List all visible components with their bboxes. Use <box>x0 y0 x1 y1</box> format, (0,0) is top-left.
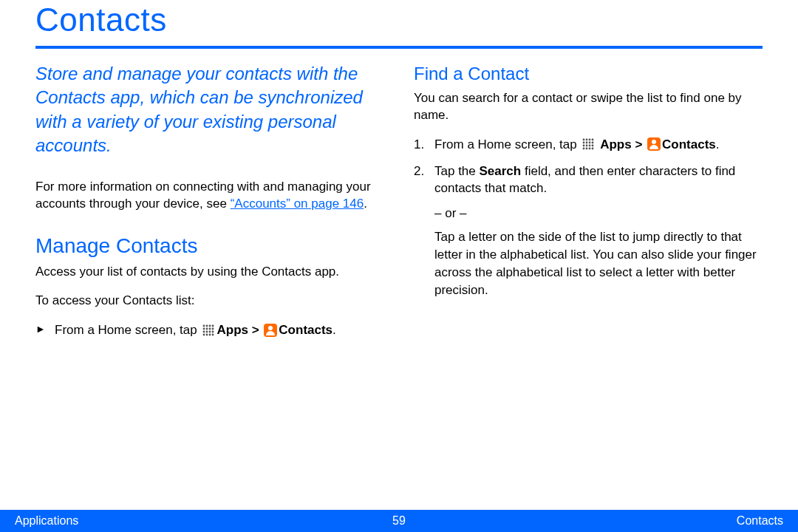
apps-label: Apps > <box>216 323 262 337</box>
find-s1-apps: Apps > <box>600 137 646 151</box>
find-steps: 1. From a Home screen, tap Apps > Contac… <box>414 136 763 197</box>
svg-point-26 <box>589 145 591 147</box>
step-number: 1. <box>414 136 424 154</box>
page-title: Contacts <box>35 0 763 49</box>
svg-point-6 <box>209 327 211 330</box>
svg-point-22 <box>589 142 591 144</box>
svg-point-24 <box>583 145 585 147</box>
svg-point-3 <box>212 324 214 327</box>
svg-point-12 <box>203 333 205 335</box>
svg-point-4 <box>203 327 205 330</box>
svg-point-15 <box>212 333 214 335</box>
find-step-1: 1. From a Home screen, tap Apps > Contac… <box>414 136 763 154</box>
left-column: Store and manage your contacts with the … <box>35 62 384 339</box>
footer-page-number: 59 <box>392 514 406 528</box>
svg-point-29 <box>586 148 588 150</box>
svg-point-2 <box>209 324 211 327</box>
info-paragraph: For more information on connecting with … <box>35 179 384 213</box>
svg-point-25 <box>586 145 588 147</box>
svg-point-28 <box>583 148 585 150</box>
step-number: 2. <box>414 163 424 180</box>
svg-point-1 <box>206 324 208 327</box>
info-text-suffix: . <box>364 197 367 211</box>
svg-point-14 <box>209 333 211 335</box>
lead-paragraph: Store and manage your contacts with the … <box>35 62 384 158</box>
find-s2a: Tap the <box>434 164 480 178</box>
svg-point-9 <box>206 330 208 332</box>
find-contact-heading: Find a Contact <box>414 64 763 84</box>
find-s1-contacts: Contacts <box>662 137 716 151</box>
svg-point-30 <box>589 148 591 150</box>
svg-point-13 <box>206 333 208 335</box>
svg-point-0 <box>203 324 205 327</box>
find-step-2: 2. Tap the Search field, and then enter … <box>414 163 763 198</box>
svg-point-18 <box>589 139 591 141</box>
svg-point-8 <box>203 330 205 332</box>
find-s1-suffix: . <box>716 137 720 151</box>
svg-point-10 <box>209 330 211 332</box>
svg-point-23 <box>592 142 594 144</box>
content-columns: Store and manage your contacts with the … <box>35 62 763 339</box>
apps-grid-icon <box>582 137 595 151</box>
svg-point-21 <box>586 142 588 144</box>
svg-point-16 <box>583 139 585 141</box>
or-separator: – or – <box>414 206 763 221</box>
svg-point-19 <box>592 139 594 141</box>
svg-point-5 <box>206 327 208 330</box>
manage-step: From a Home screen, tap Apps > Contacts. <box>35 321 384 339</box>
manage-contacts-heading: Manage Contacts <box>35 234 384 258</box>
page-footer: Applications 59 Contacts <box>0 510 798 532</box>
svg-point-17 <box>586 139 588 141</box>
right-column: Find a Contact You can search for a cont… <box>414 62 763 339</box>
svg-point-11 <box>212 330 214 332</box>
apps-grid-icon <box>202 324 215 337</box>
find-p1: You can search for a contact or swipe th… <box>414 90 763 124</box>
manage-p1: Access your list of contacts by using th… <box>35 264 384 281</box>
manage-step-suffix: . <box>332 323 336 337</box>
contacts-app-icon <box>264 324 277 337</box>
find-s2b: Search <box>480 164 522 178</box>
find-alt: Tap a letter on the side of the list to … <box>414 228 763 299</box>
footer-left[interactable]: Applications <box>15 514 78 528</box>
svg-point-20 <box>583 142 585 144</box>
svg-point-7 <box>212 327 214 330</box>
footer-right[interactable]: Contacts <box>737 514 783 528</box>
manage-step-prefix: From a Home screen, tap <box>55 323 200 337</box>
page: Contacts Store and manage your contacts … <box>0 0 798 532</box>
manage-p2: To access your Contacts list: <box>35 293 384 310</box>
svg-point-31 <box>592 148 594 150</box>
find-s1-prefix: From a Home screen, tap <box>434 137 580 151</box>
svg-point-27 <box>592 145 594 147</box>
contacts-app-icon <box>647 137 661 151</box>
accounts-link[interactable]: “Accounts” on page 146 <box>231 197 364 211</box>
contacts-label: Contacts <box>279 323 332 337</box>
